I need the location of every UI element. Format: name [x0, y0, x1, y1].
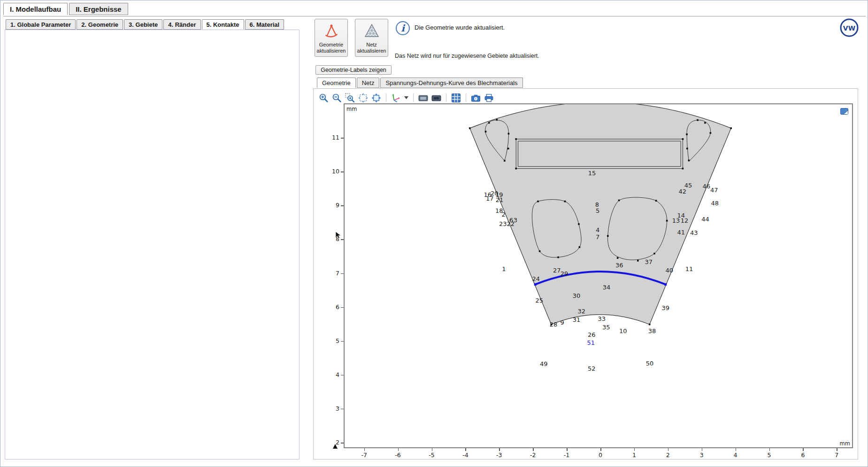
scene-settings-icon[interactable]: [418, 93, 428, 103]
update-mesh-button[interactable]: Netz aktualisieren: [355, 19, 388, 57]
main-tab-ii-ergebnisse[interactable]: II. Ergebnisse: [69, 3, 128, 15]
button-label: Geometrie aktualisieren: [315, 42, 347, 54]
step-tab-4-ränder[interactable]: 4. Ränder: [163, 19, 200, 30]
boundary-label-11: 11: [685, 265, 693, 272]
y-tick-label: 5: [324, 337, 339, 344]
toolbar-separator: [446, 93, 446, 102]
x-tick-label: -6: [389, 451, 407, 459]
y-tick: [341, 341, 344, 342]
toolbar-separator: [413, 93, 414, 102]
boundary-label-5: 5: [596, 207, 599, 214]
y-tick-label: 7: [324, 270, 339, 277]
boundary-label-31: 31: [573, 316, 581, 323]
zoom-selected-icon[interactable]: [371, 93, 381, 103]
y-tick: [341, 138, 344, 139]
x-tick-label: 3: [692, 451, 711, 459]
print-icon[interactable]: [484, 93, 494, 103]
boundary-label-33: 33: [598, 315, 606, 322]
zoom-in-icon[interactable]: [319, 93, 329, 103]
boundary-label-15: 15: [588, 170, 596, 177]
zoom-box-icon[interactable]: [345, 93, 355, 103]
scene-settings-alt-icon[interactable]: [431, 93, 441, 103]
y-tick: [341, 375, 344, 376]
boundary-label-39: 39: [661, 304, 669, 311]
boundary-label-21: 21: [496, 196, 504, 203]
step-tab-2-geometrie[interactable]: 2. Geometrie: [77, 19, 123, 30]
x-tick: [499, 448, 500, 451]
view-tab-netz[interactable]: Netz: [357, 78, 380, 88]
boundary-label-10: 10: [619, 327, 627, 335]
kontakte-panel: [5, 30, 300, 459]
boundary-label-30: 30: [573, 292, 581, 299]
boundary-label-44: 44: [701, 216, 709, 223]
x-tick-label: -3: [490, 451, 508, 459]
x-tick: [736, 448, 737, 451]
boundary-label-1: 1: [502, 265, 506, 272]
boundary-label-24: 24: [532, 275, 540, 282]
boundary-label-7: 7: [596, 234, 599, 241]
x-tick: [837, 448, 837, 451]
rotor-sector-domain[interactable]: [470, 104, 731, 325]
show-geometry-labels-button[interactable]: Geometrie-Labels zeigen: [315, 65, 392, 75]
chevron-down-icon[interactable]: [404, 96, 408, 99]
axis-unit-top: mm: [346, 106, 357, 112]
view-tab-geometrie[interactable]: Geometrie: [317, 78, 356, 88]
boundary-label-32: 32: [577, 308, 585, 315]
boundary-label-41: 41: [677, 229, 685, 236]
view-tab-spannungs-dehnungs-kurve-des-blechmaterials[interactable]: Spannungs-Dehnungs-Kurve des Blechmateri…: [380, 78, 522, 88]
x-tick-label: -5: [422, 451, 441, 459]
boundary-label-8: 8: [595, 201, 599, 208]
x-tick: [702, 448, 703, 451]
x-tick-label: -2: [523, 451, 542, 459]
update-geometry-button[interactable]: Geometrie aktualisieren: [315, 19, 348, 57]
step-tab-1-globale-parameter[interactable]: 1. Globale Parameter: [6, 19, 76, 30]
plot-corner-icon[interactable]: [840, 108, 848, 115]
y-tick: [341, 239, 344, 240]
axis-origin-marker: [332, 444, 338, 449]
boundary-label-38: 38: [648, 327, 656, 335]
x-tick-label: 2: [659, 451, 677, 459]
main-tab-i-modellaufbau[interactable]: I. Modellaufbau: [3, 3, 68, 15]
y-tick: [341, 409, 344, 410]
boundary-label-4: 4: [596, 226, 599, 234]
zoom-out-icon[interactable]: [332, 93, 342, 103]
boundary-label-26: 26: [588, 331, 596, 338]
main-tab-bar: I. ModellaufbauII. Ergebnisse: [3, 3, 130, 15]
toolbar-separator: [386, 93, 386, 102]
step-tab-3-gebiete[interactable]: 3. Gebiete: [124, 19, 162, 30]
zoom-extents-icon[interactable]: [358, 93, 368, 103]
boundary-label-9: 9: [561, 319, 564, 326]
grid-icon[interactable]: [451, 93, 461, 103]
y-tick-label: 6: [324, 304, 339, 311]
y-tick-label: 9: [324, 202, 339, 209]
x-tick-label: 5: [760, 451, 779, 459]
x-tick-label: -7: [355, 451, 374, 459]
boundary-label-20: 20: [491, 190, 499, 197]
y-tick-label: 11: [324, 134, 339, 141]
x-tick: [668, 448, 669, 451]
status-message-mesh: Das Netz wird nur für zugewiesene Gebiet…: [395, 53, 539, 59]
boundary-label-35: 35: [602, 324, 610, 331]
step-tab-5-kontakte[interactable]: 5. Kontakte: [202, 19, 244, 30]
y-tick-label: 10: [324, 168, 339, 175]
snapshot-icon[interactable]: [471, 93, 481, 103]
boundary-label-40: 40: [665, 267, 673, 274]
button-label: Netz aktualisieren: [355, 42, 388, 54]
boundary-label-29: 29: [561, 270, 568, 277]
view-axes-icon[interactable]: [391, 93, 401, 103]
boundary-label-48: 48: [711, 200, 719, 207]
step-tab-6-material[interactable]: 6. Material: [245, 19, 284, 30]
y-tick-label: 3: [324, 405, 339, 412]
y-tick: [341, 443, 344, 444]
y-tick-label: 4: [324, 371, 339, 378]
boundary-label-49: 49: [540, 360, 548, 367]
boundary-label-36: 36: [615, 262, 623, 269]
boundary-label-45: 45: [684, 182, 692, 189]
geometry-canvas[interactable]: 1234567891011121314151617181920212223242…: [345, 104, 852, 447]
x-tick-label: -4: [456, 451, 475, 459]
x-tick: [567, 448, 568, 451]
mesh-icon: [364, 23, 380, 39]
boundary-label-14: 14: [677, 212, 685, 219]
boundary-label-23: 23: [499, 220, 507, 227]
y-tick: [341, 205, 344, 206]
